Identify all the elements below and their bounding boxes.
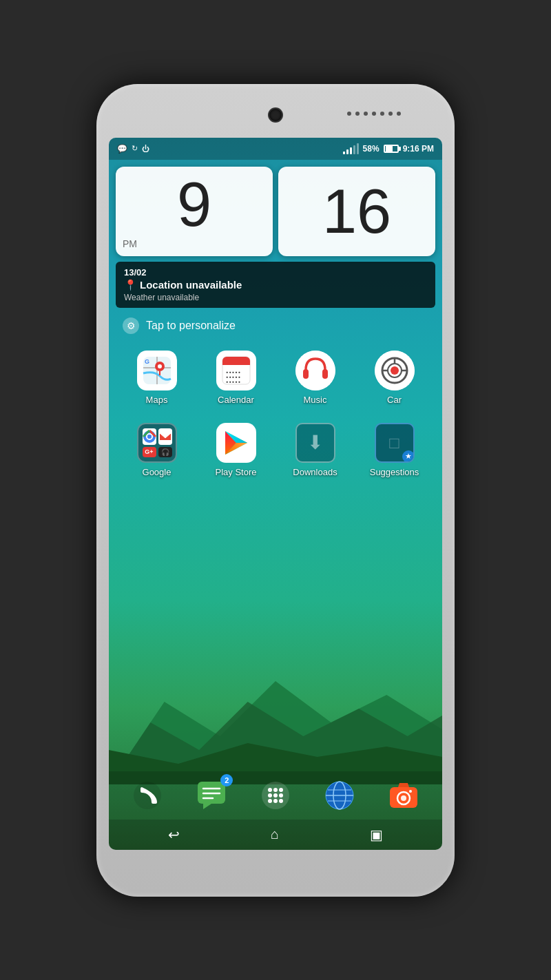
play-store-label: Play Store <box>216 467 257 477</box>
app-calendar[interactable]: ● ● ● ● ● ● ● ● ● ● ● ● ● ● ● Calendar <box>196 344 276 412</box>
dock-browser[interactable] <box>321 777 358 814</box>
message-status-icon: 💬 <box>117 144 127 154</box>
back-button[interactable]: ↩ <box>168 826 180 843</box>
suggestions-label: Suggestions <box>370 467 419 477</box>
car-icon <box>375 351 415 390</box>
svg-point-41 <box>273 788 278 792</box>
weather-date: 13/02 <box>124 267 427 278</box>
home-button[interactable]: ⌂ <box>271 826 279 842</box>
dock-apps: 2 <box>109 771 442 820</box>
calendar-icon: ● ● ● ● ● ● ● ● ● ● ● ● ● ● ● <box>216 351 256 390</box>
svg-text:●  ●  ●  ●  ●: ● ● ● ● ● <box>226 379 240 384</box>
google-folder-icon: G+ 🎧 <box>137 423 177 463</box>
battery-icon <box>384 145 399 153</box>
status-icons: 💬 ↻ ⏻ <box>117 144 149 154</box>
suggestions-badge: ★ <box>402 450 415 463</box>
chrome-mini-icon <box>143 428 156 445</box>
svg-point-25 <box>391 366 399 375</box>
svg-text:●  ●  ●  ●  ●: ● ● ● ● ● <box>226 370 240 374</box>
svg-point-43 <box>268 793 272 797</box>
weather-location: 📍 Location unavailable <box>124 279 427 291</box>
personalize-bar[interactable]: ⚙ Tap to personalize <box>116 313 435 338</box>
gmail-mini-icon <box>158 428 172 445</box>
app-music[interactable]: Music <box>276 344 355 412</box>
recent-button[interactable]: ▣ <box>370 826 383 843</box>
weather-bar[interactable]: 13/02 📍 Location unavailable Weather una… <box>116 262 435 308</box>
calendar-label: Calendar <box>218 395 254 405</box>
phone-device: 💬 ↻ ⏻ 58% 9:16 PM <box>96 84 455 897</box>
nav-bar: ↩ ⌂ ▣ <box>109 820 442 850</box>
dock-phone-icon <box>129 777 166 814</box>
clock-minute-tile: 16 <box>278 167 435 256</box>
clock-minute: 16 <box>322 180 391 242</box>
status-bar: 💬 ↻ ⏻ 58% 9:16 PM <box>109 138 442 160</box>
mountain-background <box>109 647 442 784</box>
svg-point-46 <box>268 799 272 803</box>
downloads-icon: ⬇ <box>295 423 335 463</box>
svg-rect-20 <box>322 369 328 379</box>
app-google[interactable]: G+ 🎧 Google <box>117 416 196 484</box>
svg-point-40 <box>268 788 272 792</box>
play-store-icon <box>216 423 256 463</box>
svg-point-44 <box>273 793 278 797</box>
google-label: Google <box>143 467 171 477</box>
signal-strength <box>343 143 359 154</box>
messages-badge: 2 <box>220 774 233 786</box>
dock-browser-icon <box>321 777 358 814</box>
phone-top-bar <box>109 96 442 138</box>
app-grid-row2: G+ 🎧 Google <box>112 416 439 484</box>
dock-camera-icon <box>385 777 422 814</box>
suggestions-icon: □ ★ <box>375 423 415 463</box>
sync-status-icon: ↻ <box>132 144 138 153</box>
location-pin-icon: 📍 <box>124 279 137 291</box>
clock-hour-tile: 9 PM <box>116 167 273 256</box>
gplus-mini-icon: G+ <box>143 447 156 457</box>
power-status-icon: ⏻ <box>142 145 149 153</box>
phone-bottom <box>109 850 442 884</box>
music-label: Music <box>304 395 327 405</box>
dock-messages[interactable]: 2 <box>193 777 230 814</box>
app-downloads[interactable]: ⬇ Downloads <box>276 416 355 484</box>
svg-point-57 <box>401 795 406 801</box>
battery-percent: 58% <box>363 144 380 154</box>
maps-label: Maps <box>146 395 168 405</box>
dock-camera[interactable] <box>385 777 422 814</box>
svg-point-58 <box>409 790 412 793</box>
dock-phone[interactable] <box>129 777 166 814</box>
svg-rect-14 <box>222 361 250 365</box>
app-suggestions[interactable]: □ ★ Suggestions <box>355 416 434 484</box>
clock-widget: 9 PM 16 <box>116 167 435 256</box>
weather-status: Weather unavailable <box>124 293 427 302</box>
svg-point-42 <box>279 788 283 792</box>
svg-point-32 <box>147 435 152 439</box>
app-play-store[interactable]: Play Store <box>196 416 276 484</box>
status-right: 58% 9:16 PM <box>343 143 434 154</box>
svg-point-18 <box>295 351 335 390</box>
clock-hour: 9 <box>177 174 211 236</box>
svg-point-8 <box>158 364 162 368</box>
phone-screen: 💬 ↻ ⏻ 58% 9:16 PM <box>109 138 442 850</box>
car-label: Car <box>387 395 402 405</box>
app-car[interactable]: Car <box>355 344 434 412</box>
app-grid-row1: G Maps ● ● ● ● ● ● ● ● <box>112 344 439 412</box>
svg-point-45 <box>279 793 283 797</box>
dock-apps-button[interactable] <box>257 777 294 814</box>
dock-apps-icon <box>257 777 294 814</box>
svg-rect-19 <box>303 369 309 379</box>
dock: 2 <box>109 771 442 850</box>
clock-period: PM <box>123 238 137 249</box>
music-mini-icon: 🎧 <box>158 447 172 457</box>
clock-time: 9:16 PM <box>403 144 434 154</box>
svg-marker-0 <box>109 681 442 784</box>
music-icon <box>295 351 335 390</box>
app-maps[interactable]: G Maps <box>117 344 196 412</box>
svg-text:●  ●  ●  ●  ●: ● ● ● ● ● <box>226 375 240 379</box>
maps-icon: G <box>137 351 177 390</box>
svg-point-48 <box>279 799 283 803</box>
phone-speaker <box>347 112 401 116</box>
svg-point-47 <box>273 799 278 803</box>
phone-camera <box>269 109 282 121</box>
downloads-label: Downloads <box>293 467 337 477</box>
svg-point-34 <box>134 782 161 809</box>
personalize-icon: ⚙ <box>123 317 139 334</box>
